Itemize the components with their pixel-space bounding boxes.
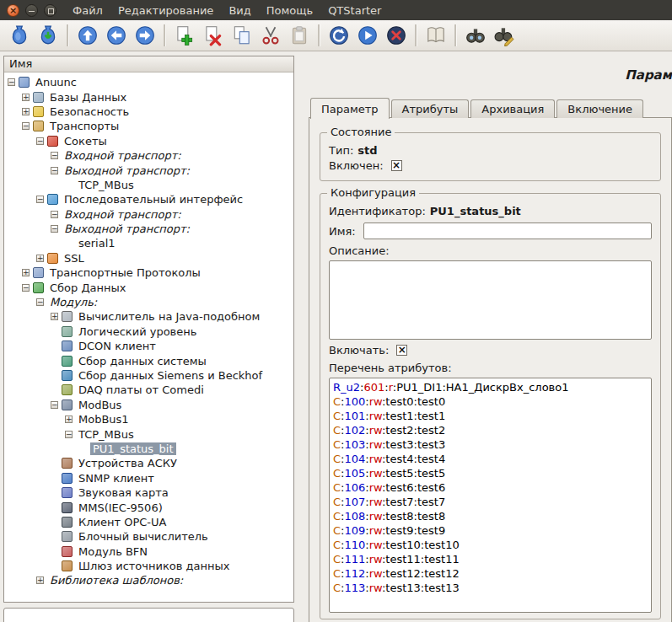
tree-item[interactable]: −Последовательный интерфейс (4, 192, 293, 206)
find-icon[interactable] (462, 23, 489, 49)
enabled-checkbox[interactable]: × (391, 160, 402, 171)
collapse-icon[interactable]: − (51, 401, 58, 409)
collapse-icon[interactable]: − (22, 284, 30, 292)
collapse-icon[interactable]: − (51, 167, 58, 174)
tree-item[interactable]: Модуль BFN (4, 544, 293, 559)
tree-item[interactable]: −Сокеты (4, 134, 293, 148)
copy-item-icon[interactable] (228, 23, 255, 49)
manual-icon[interactable] (422, 23, 449, 49)
tree-item[interactable]: −Anuunc (4, 75, 293, 89)
tree-item[interactable]: Шлюз источников данных (4, 559, 293, 573)
attr-list-item[interactable]: C:106:rw:test6:test6 (333, 480, 648, 495)
tab-3[interactable]: Включение (556, 99, 643, 118)
collapse-icon[interactable]: − (22, 122, 30, 130)
attr-list-item[interactable]: C:110:rw:test10:test10 (333, 538, 648, 552)
tree-item[interactable]: DAQ платы от Comedi (4, 383, 293, 397)
menu-edit[interactable]: Редактирование (110, 2, 221, 19)
tree-item[interactable]: Звуковая карта (4, 485, 293, 500)
collapse-icon[interactable]: − (51, 152, 58, 159)
name-input[interactable] (363, 223, 652, 239)
tree-item[interactable]: SNMP клиент (4, 471, 293, 485)
tree-item[interactable]: −Транспорты (4, 119, 293, 133)
expand-icon[interactable]: + (65, 416, 73, 423)
up-icon[interactable] (74, 23, 101, 49)
attr-list[interactable]: R_u2:601:r:PU1_DI1:НА1_ДискрВх_слово1C:1… (329, 378, 652, 613)
cut-item-icon[interactable] (257, 23, 284, 49)
attr-list-item[interactable]: C:107:rw:test7:test7 (333, 495, 648, 509)
collapse-icon[interactable]: − (36, 298, 44, 306)
menu-qtstarter[interactable]: QTStarter (320, 2, 389, 19)
attr-list-item[interactable]: C:113:rw:test13:test13 (333, 581, 648, 595)
attr-list-item[interactable]: C:105:rw:test5:test5 (333, 466, 648, 480)
collapse-icon[interactable]: − (65, 431, 73, 438)
expand-icon[interactable]: + (51, 313, 58, 320)
back-icon[interactable] (103, 23, 130, 49)
forward-icon[interactable] (132, 23, 159, 49)
reload-icon[interactable] (325, 23, 352, 49)
attr-list-item[interactable]: C:100:rw:test0:test0 (333, 394, 648, 409)
minimize-button[interactable] (25, 4, 38, 17)
expand-icon[interactable]: + (22, 108, 30, 115)
tree-item[interactable]: PU1_status_bit (4, 442, 293, 456)
expand-icon[interactable]: + (22, 94, 30, 101)
tree-item[interactable]: +Библиотека шаблонов: (4, 573, 293, 587)
tree-item[interactable]: −Входной транспорт: (4, 207, 293, 222)
attr-list-item[interactable]: C:112:rw:test12:test12 (333, 566, 648, 581)
tree-item[interactable]: +Транспортные Протоколы (4, 265, 293, 280)
attr-list-item[interactable]: C:108:rw:test8:test8 (333, 509, 648, 523)
tree-item[interactable]: −TCP_MBus (4, 426, 293, 441)
expand-icon[interactable]: + (36, 576, 44, 584)
tree-item[interactable]: Логический уровень (4, 324, 293, 339)
tree-item[interactable]: +Вычислитель на Java-подобном (4, 309, 293, 324)
tree-item[interactable]: +Безопасность (4, 105, 293, 119)
collapse-icon[interactable]: − (36, 137, 44, 145)
tab-1[interactable]: Атрибуты (391, 99, 470, 118)
stop-icon[interactable] (383, 23, 410, 49)
expand-icon[interactable]: + (36, 255, 44, 262)
maximize-button[interactable] (44, 4, 56, 17)
tree-item[interactable]: +Базы Данных (4, 89, 293, 104)
tab-0[interactable]: Параметр (310, 98, 390, 119)
tree-item[interactable]: Сбор данных системы (4, 353, 293, 367)
attr-list-item[interactable]: C:102:rw:test2:test2 (333, 423, 648, 437)
tree-item[interactable]: MMS(IEC-9506) (4, 500, 293, 514)
tree-item[interactable]: −Выходной транспорт: (4, 163, 293, 177)
enable-checkbox[interactable]: × (396, 345, 407, 356)
tree-item[interactable]: Блочный вычислитель (4, 529, 293, 544)
db-load-icon[interactable] (6, 23, 33, 49)
attr-list-item[interactable]: R_u2:601:r:PU1_DI1:НА1_ДискрВх_слово1 (333, 380, 648, 394)
tree-item[interactable]: −Выходной транспорт: (4, 222, 293, 236)
menu-view[interactable]: Вид (221, 2, 258, 19)
menu-help[interactable]: Помощь (259, 2, 320, 19)
tree-item[interactable]: −ModBus (4, 398, 293, 412)
paste-item-icon[interactable] (286, 23, 313, 49)
expand-icon[interactable]: + (22, 269, 30, 276)
tree-item[interactable]: Сбор данных Siemens и Beckhof (4, 368, 293, 383)
collapse-icon[interactable]: − (36, 196, 44, 203)
tree-item[interactable]: serial1 (4, 236, 293, 250)
tree-item[interactable]: +SSL (4, 251, 293, 265)
menu-file[interactable]: Файл (65, 2, 110, 19)
find-edit-icon[interactable] (491, 23, 518, 49)
collapse-icon[interactable]: − (8, 78, 15, 86)
collapse-icon[interactable]: − (51, 225, 58, 233)
tree-item[interactable]: −Модуль: (4, 295, 293, 309)
collapse-icon[interactable]: − (51, 211, 58, 218)
attr-list-item[interactable]: C:101:rw:test1:test1 (333, 409, 648, 423)
tree-item[interactable]: +MobBus1 (4, 412, 293, 426)
close-button[interactable]: × (7, 4, 19, 17)
attr-list-item[interactable]: C:103:rw:test3:test3 (333, 437, 648, 452)
add-item-icon[interactable] (171, 23, 198, 49)
attr-list-item[interactable]: C:111:rw:test11:test11 (333, 552, 648, 566)
tree-item[interactable]: Устройства АСКУ (4, 456, 293, 470)
description-textarea[interactable] (329, 260, 652, 340)
delete-item-icon[interactable] (200, 23, 227, 49)
tree-item[interactable]: −Сбор Данных (4, 280, 293, 294)
tree-item[interactable]: TCP_MBus (4, 178, 293, 192)
tree-item[interactable]: −Входной транспорт: (4, 148, 293, 163)
attr-list-item[interactable]: C:104:rw:test4:test4 (333, 452, 648, 466)
start-icon[interactable] (354, 23, 381, 49)
tab-2[interactable]: Архивация (470, 99, 555, 118)
attr-list-item[interactable]: C:109:rw:test9:test9 (333, 523, 648, 538)
tree-item[interactable]: DCON клиент (4, 339, 293, 353)
